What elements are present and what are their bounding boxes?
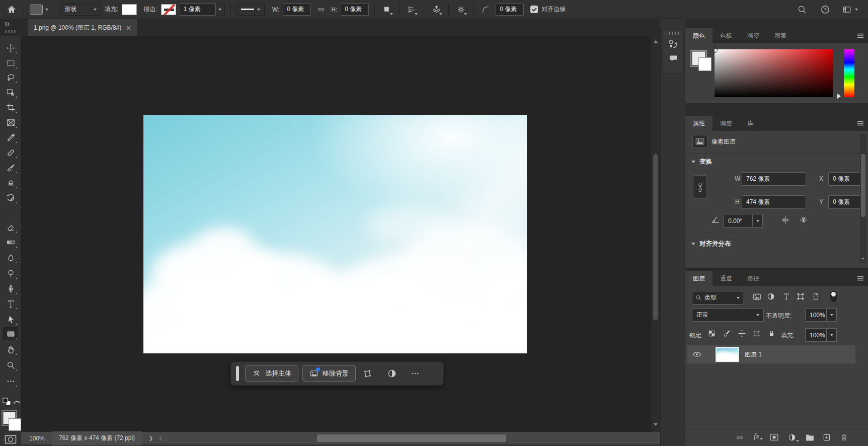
comments-icon[interactable] bbox=[668, 54, 678, 63]
status-expand-icon[interactable] bbox=[149, 435, 153, 441]
toolbar-flyout-icon[interactable] bbox=[4, 22, 10, 27]
tab-adjustments[interactable]: 调整 bbox=[713, 116, 740, 131]
canvas-image[interactable] bbox=[143, 115, 527, 353]
type-tool[interactable] bbox=[3, 297, 18, 310]
more-tools-icon[interactable] bbox=[3, 375, 18, 388]
path-alignment-icon[interactable] bbox=[405, 3, 418, 16]
filter-adjustment-layers-icon[interactable] bbox=[766, 292, 775, 301]
tab-properties[interactable]: 属性 bbox=[685, 116, 713, 131]
align-edges-checkbox[interactable] bbox=[530, 6, 538, 13]
swap-colors-icon[interactable] bbox=[13, 398, 21, 405]
clone-stamp-tool[interactable] bbox=[3, 176, 18, 189]
lasso-tool[interactable] bbox=[3, 71, 18, 84]
home-icon[interactable] bbox=[5, 3, 18, 16]
zoom-level-field[interactable]: 100% bbox=[21, 435, 52, 442]
more-options-icon[interactable] bbox=[408, 366, 422, 381]
flip-horizontal-icon[interactable] bbox=[780, 215, 791, 225]
scroll-down-icon[interactable] bbox=[654, 423, 658, 426]
layer-visibility-eye-icon[interactable] bbox=[692, 351, 701, 358]
layer-row[interactable]: 图层 1 bbox=[687, 345, 855, 363]
angle-input[interactable]: 0.00° bbox=[724, 214, 753, 228]
filter-smart-objects-icon[interactable] bbox=[812, 292, 820, 301]
lock-artboard-icon[interactable] bbox=[752, 329, 761, 338]
tab-gradients[interactable]: 渐变 bbox=[740, 28, 767, 43]
panel-menu-icon[interactable] bbox=[857, 275, 864, 281]
frame-tool[interactable] bbox=[3, 116, 18, 129]
layer-name[interactable]: 图层 1 bbox=[745, 350, 762, 359]
workspace-switcher[interactable] bbox=[842, 5, 858, 14]
stroke-width-input[interactable]: 1 像素 bbox=[180, 4, 216, 16]
path-arrangement-icon[interactable] bbox=[430, 3, 443, 16]
move-tool[interactable] bbox=[3, 41, 18, 54]
tab-paths[interactable]: 路径 bbox=[740, 271, 767, 286]
new-group-folder-icon[interactable] bbox=[805, 433, 815, 441]
healing-brush-tool[interactable] bbox=[3, 146, 18, 159]
fill-color-swatch[interactable] bbox=[122, 4, 137, 15]
stroke-color-swatch[interactable] bbox=[161, 4, 176, 15]
default-colors-icon[interactable] bbox=[3, 398, 12, 406]
status-collapse-icon[interactable] bbox=[159, 436, 163, 441]
stroke-style-select[interactable] bbox=[236, 4, 265, 16]
lock-position-icon[interactable] bbox=[738, 329, 746, 338]
y-input[interactable]: 0 像素 bbox=[828, 195, 864, 209]
shape-height-input[interactable]: 0 像素 bbox=[341, 4, 369, 16]
tool-preset-picker[interactable] bbox=[30, 5, 48, 15]
tab-patterns[interactable]: 图案 bbox=[767, 28, 794, 43]
taskbar-drag-handle[interactable] bbox=[236, 366, 239, 381]
adjustments-icon[interactable] bbox=[385, 366, 399, 381]
path-selection-tool[interactable] bbox=[3, 313, 18, 326]
background-color-swatch[interactable] bbox=[9, 418, 21, 431]
eraser-tool[interactable] bbox=[3, 220, 18, 234]
hue-slider-arrow-icon[interactable] bbox=[837, 94, 841, 99]
select-subject-button[interactable]: 选择主体 bbox=[245, 365, 298, 382]
object-selection-tool[interactable] bbox=[3, 86, 18, 99]
tab-swatches[interactable]: 色板 bbox=[713, 28, 740, 43]
flip-vertical-icon[interactable] bbox=[799, 215, 809, 225]
hue-slider[interactable] bbox=[844, 49, 854, 97]
gradient-tool[interactable] bbox=[3, 236, 18, 249]
new-layer-icon[interactable] bbox=[822, 433, 831, 442]
saturation-brightness-field[interactable] bbox=[715, 49, 833, 97]
filter-shape-layers-icon[interactable] bbox=[796, 292, 805, 301]
crop-tool[interactable] bbox=[3, 101, 18, 114]
dodge-tool[interactable] bbox=[3, 267, 18, 280]
dock-grip[interactable] bbox=[668, 32, 679, 35]
collapse-section-icon[interactable] bbox=[691, 161, 695, 163]
panel-menu-icon[interactable] bbox=[857, 33, 864, 39]
corner-radius-input[interactable]: 0 像素 bbox=[496, 4, 524, 16]
width-input[interactable]: 762 像素 bbox=[742, 172, 806, 186]
document-tab[interactable]: 1.png @ 100% (图层 1, RGB/8#) bbox=[28, 19, 137, 36]
opacity-dropdown[interactable] bbox=[827, 308, 837, 322]
shape-width-input[interactable]: 0 像素 bbox=[283, 4, 311, 16]
canvas-vertical-scrollbar[interactable] bbox=[651, 36, 660, 432]
fill-input[interactable]: 100% bbox=[805, 328, 827, 342]
transform-icon[interactable] bbox=[360, 366, 374, 381]
tab-color[interactable]: 颜色 bbox=[685, 28, 713, 43]
scroll-up-icon[interactable] bbox=[654, 40, 658, 43]
filter-type-layers-icon[interactable] bbox=[782, 292, 791, 301]
lock-transparency-icon[interactable] bbox=[707, 329, 716, 338]
link-wh-icon[interactable] bbox=[693, 175, 707, 199]
panel-menu-icon[interactable] bbox=[857, 120, 864, 126]
panel-scrollbar[interactable] bbox=[860, 134, 866, 263]
version-history-icon[interactable] bbox=[668, 39, 678, 49]
stroke-width-dropdown[interactable] bbox=[216, 4, 225, 16]
x-input[interactable]: 0 像素 bbox=[828, 172, 864, 186]
quick-mask-icon[interactable] bbox=[5, 435, 17, 444]
brush-tool[interactable] bbox=[3, 161, 18, 174]
toolbar-grip[interactable] bbox=[5, 30, 16, 33]
lock-all-icon[interactable] bbox=[767, 329, 776, 338]
collapse-section-icon[interactable] bbox=[691, 243, 695, 245]
new-adjustment-layer-icon[interactable] bbox=[787, 433, 797, 442]
background-color-swatch[interactable] bbox=[698, 57, 712, 71]
align-edges-control[interactable]: 对齐边缘 bbox=[530, 5, 566, 14]
panel-scroll-thumb[interactable] bbox=[861, 154, 865, 217]
path-operations-icon[interactable] bbox=[380, 3, 393, 16]
layer-thumbnail[interactable] bbox=[716, 347, 739, 362]
blur-tool[interactable] bbox=[3, 251, 18, 264]
angle-dropdown[interactable] bbox=[753, 214, 763, 228]
tool-mode-select[interactable]: 形状 bbox=[60, 4, 101, 16]
filter-pixel-layers-icon[interactable] bbox=[752, 292, 762, 302]
height-input[interactable]: 474 像素 bbox=[742, 195, 806, 209]
scroll-down-icon[interactable] bbox=[861, 258, 864, 260]
